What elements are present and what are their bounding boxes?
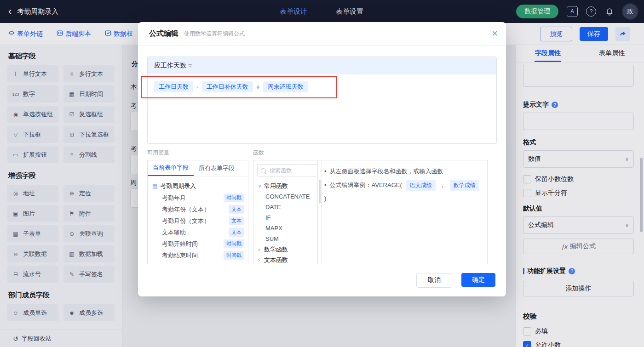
tips-panel: • 从左侧面板选择字段名和函数，或输入函数 • 公式编辑举例：AVERAGE( … <box>317 160 488 264</box>
tip-line-1: • 从左侧面板选择字段名和函数，或输入函数 <box>324 167 481 176</box>
field-type-badge: 时间戳 <box>224 251 244 260</box>
field-name: 考勤年份（文本） <box>162 205 210 214</box>
formula-field-token[interactable]: 工作日天数 <box>154 81 193 92</box>
tip-example-suffix: ) <box>324 194 326 203</box>
field-type-badge: 文本 <box>229 205 244 214</box>
formula-operator: + <box>256 83 260 91</box>
tip-text: 从左侧面板选择字段名和函数，或输入函数 <box>330 167 443 176</box>
function-item[interactable]: SUM <box>253 233 322 244</box>
variables-panel: 当前表单字段 所有表单字段 ▤ 考勤周期录入 考勤年月 时间戳 考勤年份（文本）… <box>147 160 248 264</box>
field-type-badge: 时间戳 <box>224 193 244 202</box>
function-group-text[interactable]: 文本函数 <box>253 255 322 264</box>
function-search[interactable] <box>257 164 318 177</box>
function-item[interactable]: MAPX <box>253 223 322 233</box>
close-icon[interactable]: × <box>492 28 498 39</box>
function-search-input[interactable] <box>269 167 316 174</box>
functions-panel: 常用函数 CONCATENATE DATE IF MAPX SUM 数学函数 文… <box>253 160 322 264</box>
variable-field-row[interactable]: 考勤年月 时间戳 <box>152 192 244 204</box>
form-tree-root-label: 考勤周期录入 <box>160 182 196 190</box>
chevron-down-icon <box>258 183 262 188</box>
formula-operator: - <box>196 83 199 91</box>
function-group-common[interactable]: 常用函数 <box>253 181 322 191</box>
cancel-button[interactable]: 取消 <box>416 273 452 288</box>
field-name: 考勤开始时间 <box>162 240 198 248</box>
field-type-badge: 文本 <box>229 216 244 225</box>
variable-field-row[interactable]: 考勤开始时间 时间戳 <box>152 238 244 250</box>
formula-field-token[interactable]: 工作日补休天数 <box>202 81 253 92</box>
field-name: 考勤月份（文本） <box>162 217 210 225</box>
example-field-pill: 数学成绩 <box>450 180 479 191</box>
formula-target: 应工作天数 = <box>148 57 496 74</box>
function-group-label: 常用函数 <box>264 182 288 190</box>
tip-separator: ， <box>440 181 446 190</box>
function-item[interactable]: CONCATENATE <box>253 191 322 202</box>
formula-edit-modal: 公式编辑 使用数学运算符编辑公式 × 应工作天数 = 工作日天数 - 工作日补休… <box>138 22 506 296</box>
field-name: 文本辅助 <box>162 228 186 237</box>
variables-section-label: 可用变量 <box>147 149 169 157</box>
modal-subtitle: 使用数学运算符编辑公式 <box>184 30 245 38</box>
formula-editor[interactable]: 应工作天数 = 工作日天数 - 工作日补休天数 + 周末还班天数 <box>147 57 497 144</box>
field-name: 考勤年月 <box>162 194 186 202</box>
chevron-right-icon <box>258 256 262 263</box>
variable-field-row[interactable]: 考勤结束时间 时间戳 <box>152 250 244 261</box>
bullet-icon: • <box>324 181 327 190</box>
tab-current-form-fields[interactable]: 当前表单字段 <box>148 160 194 176</box>
modal-title: 公式编辑 <box>149 29 178 39</box>
search-icon <box>261 168 266 173</box>
example-field-pill: 语文成绩 <box>406 180 436 191</box>
tab-all-form-fields[interactable]: 所有表单字段 <box>194 160 240 176</box>
chevron-right-icon <box>258 246 262 253</box>
formula-field-token[interactable]: 周末还班天数 <box>263 81 308 92</box>
form-tree-root[interactable]: ▤ 考勤周期录入 <box>152 180 244 192</box>
variable-field-row[interactable]: 文本辅助 文本 <box>152 227 244 238</box>
bullet-icon: • <box>324 167 327 176</box>
function-group-label: 数学函数 <box>264 245 288 254</box>
function-item[interactable]: DATE <box>253 202 322 212</box>
form-doc-icon: ▤ <box>152 183 157 189</box>
function-group-math[interactable]: 数学函数 <box>253 244 322 255</box>
field-name: 考勤结束时间 <box>162 251 198 260</box>
confirm-button[interactable]: 确定 <box>461 273 495 287</box>
tip-example-prefix: 公式编辑举例：AVERAGE( <box>330 181 402 190</box>
field-type-badge: 文本 <box>229 228 244 237</box>
variable-field-row[interactable]: 考勤月份（文本） 文本 <box>152 215 244 227</box>
field-type-badge: 时间戳 <box>224 239 244 248</box>
functions-section-label: 函数 <box>253 149 264 157</box>
function-item[interactable]: IF <box>253 212 322 223</box>
variable-field-row[interactable]: 考勤年份（文本） 文本 <box>152 204 244 215</box>
function-group-label: 文本函数 <box>264 256 288 264</box>
tip-line-2: • 公式编辑举例：AVERAGE( 语文成绩 ， 数学成绩 ) <box>324 180 481 203</box>
